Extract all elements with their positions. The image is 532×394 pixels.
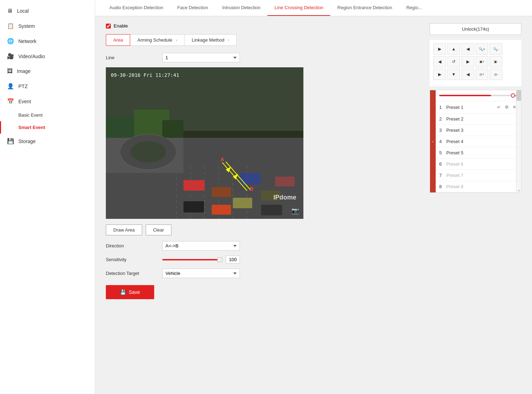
preset-item-3[interactable]: 3 Preset 3	[436, 125, 521, 136]
sensitivity-label: Sensitivity	[106, 257, 162, 262]
preset-num: 3	[439, 128, 446, 133]
svg-rect-20	[212, 205, 231, 215]
svg-point-14	[131, 141, 166, 162]
preset-item-7[interactable]: 7 Preset 7	[436, 170, 521, 181]
preset-item-1[interactable]: 1 Preset 1 ↵ ⚙ ✕	[436, 101, 521, 113]
sidebar-item-videoaudio[interactable]: 🎥 Video/Audio	[0, 49, 95, 64]
clear-button[interactable]: Clear	[146, 224, 171, 235]
ptz-right3-button[interactable]: ▶	[433, 69, 446, 80]
storage-icon: 💾	[7, 138, 14, 144]
preset-num: 5	[439, 150, 446, 155]
tab-regio[interactable]: Regio...	[399, 0, 429, 16]
preset-panel: ‹ 4 1 Preset 1	[430, 90, 521, 193]
chevron-right-icon: ›	[228, 37, 229, 43]
draw-buttons: Draw Area Clear	[106, 224, 423, 235]
tab-label: Region Entrance Detection	[337, 5, 392, 10]
sidebar-item-image[interactable]: 🖼 Image	[0, 64, 95, 79]
ptz-focus-far-button[interactable]: ▣-	[490, 56, 502, 67]
direction-row: Direction A<->B A->B A<-B	[106, 241, 423, 251]
line-row: Line 1 2 3 4	[106, 53, 423, 62]
sub-tab-label: Arming Schedule	[137, 37, 172, 43]
ptz-left2-button[interactable]: ◀	[433, 56, 446, 67]
sidebar-item-system[interactable]: 📋 System	[0, 18, 95, 33]
svg-rect-15	[183, 180, 205, 191]
camera-capture-icon[interactable]: 📷	[291, 207, 299, 215]
scrollbar-thumb	[516, 90, 521, 101]
ptz-iris-close-button[interactable]: ◎-	[490, 69, 502, 80]
sidebar-item-event[interactable]: 📅 Event	[0, 94, 95, 109]
ptz-controls: ▶ ▲ ◀ 🔍+ 🔍- ◀ ↺ ▶ ▣+ ▣- ▶ ▼	[430, 40, 521, 86]
detection-target-label: Detection Target	[106, 271, 162, 276]
sidebar-child-label: Basic Event	[18, 112, 43, 118]
ptz-center-button[interactable]: ↺	[447, 56, 460, 67]
line-select[interactable]: 1 2 3 4	[162, 53, 240, 62]
preset-name: Preset 1	[446, 105, 496, 110]
camera-watermark: IPdome	[273, 194, 296, 201]
ptz-left3-button[interactable]: ◀	[461, 69, 474, 80]
sensitivity-slider[interactable]	[162, 256, 222, 263]
sidebar-item-local[interactable]: 🖥 Local	[0, 4, 95, 18]
preset-num: 1	[439, 105, 446, 110]
sidebar-item-network[interactable]: 🌐 Network	[0, 33, 95, 49]
sidebar-item-label: PTZ	[18, 84, 28, 89]
ptz-focus-near-button[interactable]: ▣+	[476, 56, 488, 67]
preset-item-5[interactable]: 5 Preset 5	[436, 147, 521, 159]
sub-tab-linkage[interactable]: Linkage Method ›	[184, 34, 236, 46]
sub-tabs: Area Arming Schedule › Linkage Method ›	[106, 34, 423, 46]
ptz-down-button[interactable]: ▼	[447, 69, 460, 80]
sidebar-item-storage[interactable]: 💾 Storage	[0, 134, 95, 149]
tab-label: Intrusion Detection	[222, 5, 260, 10]
sidebar-item-ptz[interactable]: 👤 PTZ	[0, 79, 95, 94]
sidebar-item-label: System	[18, 23, 35, 29]
enable-row: Enable	[106, 23, 423, 29]
sidebar-item-smart-event[interactable]: Smart Event	[0, 121, 95, 134]
ptz-right1-button[interactable]: ▶	[433, 43, 446, 55]
sub-tab-arming[interactable]: Arming Schedule ›	[130, 34, 185, 46]
speed-track	[439, 95, 513, 96]
tab-intrusion[interactable]: Intrusion Detection	[215, 0, 267, 16]
ptz-right2-button[interactable]: ▶	[461, 56, 474, 67]
slider-thumb[interactable]	[217, 257, 222, 262]
tab-audio-exception[interactable]: Audio Exception Detection	[102, 0, 170, 16]
ptz-left1-button[interactable]: ◀	[461, 43, 474, 55]
preset-item-6[interactable]: 6 Preset 6	[436, 159, 521, 170]
sidebar-item-label: Image	[17, 68, 31, 74]
sidebar-item-basic-event[interactable]: Basic Event	[0, 109, 95, 121]
tab-face-detection[interactable]: Face Detection	[170, 0, 215, 16]
speed-thumb[interactable]	[511, 93, 515, 98]
sub-tab-area[interactable]: Area	[106, 34, 130, 46]
enable-checkbox[interactable]	[106, 24, 111, 29]
detection-target-select[interactable]: Vehicle Human All	[162, 269, 240, 278]
preset-item-8[interactable]: 8 Preset 8	[436, 181, 521, 192]
tab-label: Face Detection	[177, 5, 208, 10]
right-panel: Unlock(174s) ▶ ▲ ◀ 🔍+ 🔍- ◀ ↺ ▶ ▣+ ▣-	[430, 23, 521, 387]
svg-rect-21	[233, 198, 252, 208]
preset-actions: ↵ ⚙ ✕	[496, 104, 518, 110]
chevron-right-icon: ›	[176, 37, 177, 43]
videoaudio-icon: 🎥	[7, 53, 14, 60]
svg-rect-17	[240, 173, 260, 184]
ptz-zoom-in-button[interactable]: 🔍+	[476, 43, 488, 55]
preset-scrollbar[interactable]: ▾	[516, 90, 521, 192]
sidebar-item-label: Storage	[18, 138, 36, 144]
sub-tab-label: Area	[113, 37, 123, 43]
preset-item-2[interactable]: 2 Preset 2	[436, 113, 521, 125]
ptz-zoom-out-button[interactable]: 🔍-	[490, 43, 502, 55]
preset-name: Preset 6	[446, 161, 518, 167]
direction-select[interactable]: A<->B A->B A<-B	[162, 241, 240, 251]
save-button[interactable]: 💾 Save	[106, 285, 154, 299]
preset-goto-icon[interactable]: ↵	[496, 104, 502, 110]
ptz-iris-open-button[interactable]: ◎+	[476, 69, 488, 80]
network-icon: 🌐	[7, 38, 14, 44]
scrollbar-down-icon[interactable]: ▾	[516, 189, 521, 192]
tab-region-entrance[interactable]: Region Entrance Detection	[330, 0, 399, 16]
draw-area-button[interactable]: Draw Area	[106, 224, 142, 235]
svg-rect-22	[261, 205, 282, 215]
preset-item-4[interactable]: 4 Preset 4	[436, 136, 521, 147]
unlock-button[interactable]: Unlock(174s)	[430, 23, 521, 35]
ptz-up-button[interactable]: ▲	[447, 43, 460, 55]
sensitivity-value-input[interactable]	[226, 256, 240, 264]
tab-line-crossing[interactable]: Line Crossing Detection	[267, 0, 330, 16]
preset-settings-icon[interactable]: ⚙	[503, 104, 510, 110]
collapse-panel-button[interactable]: ‹	[430, 90, 436, 192]
